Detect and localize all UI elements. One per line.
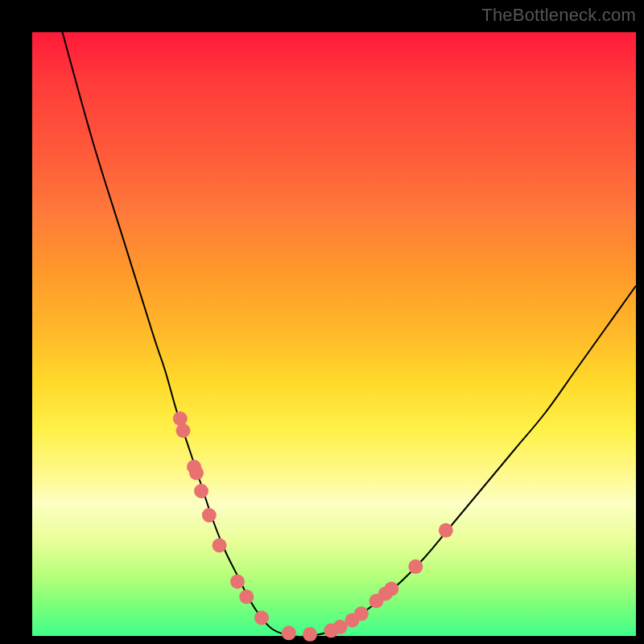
- curve-marker: [202, 508, 217, 522]
- watermark-text: TheBottleneck.com: [481, 5, 636, 26]
- curve-marker: [230, 575, 245, 589]
- curve-svg: [32, 32, 636, 636]
- curve-marker: [282, 625, 296, 640]
- chart-frame: TheBottleneck.com: [0, 0, 644, 644]
- curve-marker: [384, 582, 398, 597]
- curve-marker: [354, 606, 369, 621]
- curve-marker: [189, 466, 204, 481]
- curve-marker: [239, 589, 254, 604]
- curve-marker: [173, 411, 188, 426]
- plot-area: [32, 32, 636, 636]
- curve-marker: [408, 559, 423, 574]
- curve-marker: [439, 523, 453, 538]
- curve-marker: [213, 539, 227, 553]
- curve-marker: [303, 627, 317, 642]
- curve-marker: [194, 484, 208, 498]
- curve-marker: [176, 423, 191, 438]
- curve-marker: [254, 611, 269, 625]
- bottleneck-curve: [63, 32, 637, 637]
